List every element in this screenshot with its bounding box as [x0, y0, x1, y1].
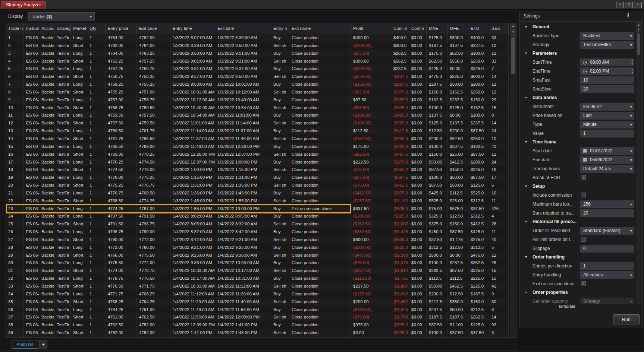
settings-section-general[interactable]: ▾General [522, 23, 634, 32]
column-header-trade_number[interactable]: Trade n [6, 23, 24, 34]
input-value[interactable]: 1 [580, 130, 634, 137]
settings-section-data-series[interactable]: ▾Data Series [522, 94, 634, 102]
picker-starttime[interactable]: ◷08:00 AM▴▾ [580, 58, 634, 66]
window-title-tab[interactable]: Strategy Analyzer [1, 1, 45, 9]
settings-section-parameters[interactable]: ▾Parameters [522, 50, 634, 58]
table-row[interactable]: 25ES 06-BackteTestTirShort14791.504796.7… [6, 220, 509, 228]
column-header-qty[interactable]: Qty [87, 23, 106, 34]
checkbox-fill-limit-orders-on-t[interactable] [581, 237, 586, 242]
table-row[interactable]: 36ES 06-BackteTestTirLong14764.254761.00… [6, 306, 509, 314]
table-row[interactable]: 17ES 06-BackteTestTirLong14770.254774.50… [6, 158, 509, 166]
table-row[interactable]: 9ES 06-BackteTestTirLong14757.004758.751… [6, 96, 509, 104]
settings-section-setup[interactable]: ▾Setup [522, 183, 634, 191]
input-smaslow[interactable]: 20 [580, 85, 634, 93]
dropdown-entry-handling[interactable]: All entries▾ [580, 271, 634, 279]
spinner-stepper[interactable]: ▴▾ [631, 68, 633, 74]
dropdown-strategy[interactable]: TestTimeFilter▾ [580, 41, 634, 49]
table-row[interactable]: 30ES 06-BackteTestTirLong14775.504774.00… [6, 259, 509, 267]
table-row[interactable]: 6ES 06-BackteTestTirShort14750.754758.25… [6, 73, 509, 80]
settings-section-order-properties[interactable]: ▾Order properties [522, 289, 634, 297]
table-row[interactable]: 37ES 06-BackteTestTirShort14761.004762.5… [6, 313, 509, 321]
scrollbar-thumb[interactable] [511, 37, 515, 74]
column-header-mae[interactable]: MAE [427, 23, 447, 34]
spinner-stepper[interactable]: ▴▾ [631, 59, 633, 66]
column-header-market_position[interactable]: Market [71, 23, 87, 34]
column-header-etd[interactable]: ETD [468, 23, 489, 34]
table-row[interactable]: 28ES 06-BackteTestTirLong14772.004766.00… [6, 244, 509, 251]
column-header-comm[interactable]: Comm [409, 23, 427, 34]
table-row[interactable]: 23ES 06-BackteTestTirLong14774.254787.00… [6, 205, 509, 213]
table-row[interactable]: 5ES 06-BackteTestTirLong14757.254750.751… [6, 65, 509, 73]
input-entries-per-direction[interactable]: 1 [580, 262, 634, 270]
table-row[interactable]: 8ES 06-BackteTestTirShort14755.254757.00… [6, 88, 509, 96]
dropdown-instrument[interactable]: ES 06-22▾ [580, 103, 634, 111]
tab-analyzer[interactable]: Analyzer [12, 340, 38, 349]
table-row[interactable]: 22ES 06-BackteTestTirShort14768.504774.2… [6, 197, 509, 205]
column-header-entry_name[interactable]: Entry n [271, 23, 289, 34]
checkbox-break-at-eod[interactable]: ✓ [581, 175, 586, 180]
dropdown-trading-hours[interactable]: Default 24 x 5▾ [580, 165, 634, 173]
column-header-exit_name[interactable]: Exit name [289, 23, 351, 34]
dropdown-set-order-quantity[interactable]: Strategy▾ [580, 298, 634, 304]
column-header-cum_net_profit[interactable]: Cum. n [391, 23, 409, 34]
spinner-down-icon[interactable]: ▾ [631, 62, 633, 66]
settings-section-historical-fill-proce[interactable]: ▾Historical fill proce... [522, 218, 634, 226]
display-dropdown[interactable]: Trades ($) ▾ [28, 12, 95, 21]
table-row[interactable]: 2ES 06-BackteTestTirShort14762.004764.00… [6, 42, 509, 50]
table-row[interactable]: 7ES 06-BackteTestTirLong14758.254755.251… [6, 80, 509, 88]
table-row[interactable]: 35ES 06-BackteTestTirShort14768.254764.2… [6, 298, 509, 306]
settings-scrollbar[interactable]: ▲ ▼ [636, 22, 641, 304]
dropdown-order-fill-resolution[interactable]: Standard (Fastest)▾ [580, 227, 634, 235]
run-button[interactable]: Run [613, 314, 640, 324]
minimize-button[interactable]: – [616, 2, 624, 8]
table-row[interactable]: 39ES 06-BackteTestTirShort14782.004782.0… [6, 329, 509, 337]
table-row[interactable]: 27ES 06-BackteTestTirShort14790.004772.0… [6, 236, 509, 244]
table-row[interactable]: 1ES 06-BackteTestTirLong14754.004762.001… [6, 34, 509, 42]
picker-endtime[interactable]: ◷02:00 PM▴▾ [580, 67, 634, 75]
scroll-down-icon[interactable]: ▼ [510, 29, 516, 36]
close-button[interactable]: × [634, 2, 642, 8]
scroll-up-icon[interactable]: ▲ [636, 22, 641, 27]
title-bar[interactable]: Strategy Analyzer – □ × [0, 0, 644, 10]
table-row[interactable]: 26ES 06-BackteTestTirLong14796.754790.00… [6, 228, 509, 236]
dropdown-backtest-type[interactable]: Backtest▾ [580, 32, 634, 40]
checkbox-include-commission[interactable] [581, 193, 586, 197]
table-row[interactable]: 12ES 06-BackteTestTirShort14757.504759.5… [6, 119, 509, 127]
column-header-exit_price[interactable]: Exit price [137, 23, 170, 34]
dropdown-price-based-on[interactable]: Last▾ [580, 112, 634, 120]
table-row[interactable]: 11ES 06-BackteTestTirLong14759.504757.50… [6, 111, 509, 119]
table-row[interactable]: 33ES 06-BackteTestTirShort14776.504771.7… [6, 282, 509, 290]
table-row[interactable]: 34ES 06-BackteTestTirLong14771.754768.25… [6, 290, 509, 298]
scrollbar-thumb[interactable] [637, 34, 640, 55]
column-header-entry_time[interactable]: Entry time [170, 23, 215, 34]
table-row[interactable]: 32ES 06-BackteTestTirLong14778.754776.50… [6, 275, 509, 282]
spinner-up-icon[interactable]: ▴ [631, 59, 633, 62]
scroll-up-icon[interactable]: ▲ [510, 23, 516, 29]
dropdown-maximum-bars-loo[interactable]: 256▾ [580, 200, 634, 208]
table-row[interactable]: 18ES 06-BackteTestTirShort14774.504776.0… [6, 166, 509, 174]
table-row[interactable]: 24ES 06-BackteTestTirLong14797.504791.50… [6, 212, 509, 220]
column-header-account[interactable]: Accour [39, 23, 54, 34]
table-row[interactable]: 16ES 06-BackteTestTirShort14769.004770.2… [6, 150, 509, 158]
pin-icon[interactable] [626, 13, 630, 20]
table-row[interactable]: 29ES 06-BackteTestTirShort14766.004775.5… [6, 251, 509, 259]
input-slippage[interactable]: 0 [580, 245, 634, 253]
table-row[interactable]: 20ES 06-BackteTestTirShort14775.254776.7… [6, 181, 509, 189]
table-row[interactable]: 14ES 06-BackteTestTirShort14761.754765.5… [6, 135, 509, 143]
column-header-profit[interactable]: Profit [351, 23, 391, 34]
checkbox-exit-on-session-close[interactable]: ✓ [581, 281, 586, 286]
table-row[interactable]: 31ES 06-BackteTestTirShort14774.004778.7… [6, 267, 509, 275]
scroll-down-icon[interactable]: ▼ [636, 27, 641, 32]
column-header-mfe[interactable]: MFE [447, 23, 468, 34]
grid-vertical-scrollbar[interactable]: ▲ ▼ [510, 23, 516, 338]
column-header-entry_price[interactable]: Entry price [106, 23, 137, 34]
table-row[interactable]: 38ES 06-BackteTestTirLong14762.504782.00… [6, 321, 509, 329]
picker-end-date[interactable]: ▦05/09/2022▾ [580, 156, 634, 164]
input-bars-required-to-tra[interactable]: 20 [580, 209, 634, 217]
settings-section-time-frame[interactable]: ▾Time frame [522, 138, 634, 147]
table-row[interactable]: 19ES 06-BackteTestTirLong14776.004775.25… [6, 174, 509, 181]
table-row[interactable]: 13ES 06-BackteTestTirLong14759.504761.75… [6, 127, 509, 135]
spinner-down-icon[interactable]: ▾ [631, 71, 633, 74]
settings-section-order-handling[interactable]: ▾Order handling [522, 253, 634, 262]
input-smafast[interactable]: 10 [580, 76, 634, 84]
